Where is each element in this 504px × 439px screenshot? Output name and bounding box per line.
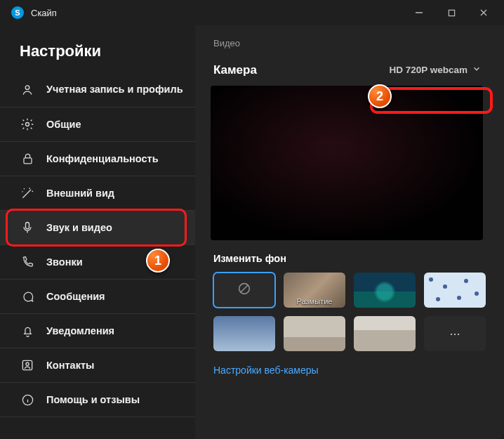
- more-icon: ···: [449, 327, 460, 341]
- titlebar: S Скайп: [0, 0, 504, 25]
- sidebar-item-label: Общие: [46, 119, 81, 130]
- app-logo: S: [11, 6, 24, 19]
- contacts-icon: [20, 358, 35, 372]
- background-blur[interactable]: Размытие: [284, 273, 345, 308]
- app-title: Скайп: [31, 8, 57, 18]
- sidebar-item-general[interactable]: Общие: [0, 107, 195, 142]
- sidebar-item-help[interactable]: Помощь и отзывы: [0, 383, 195, 417]
- sidebar-item-privacy[interactable]: Конфиденциальность: [0, 142, 195, 176]
- info-icon: [20, 393, 35, 407]
- webcam-settings-link[interactable]: Настройки веб-камеры: [213, 365, 319, 376]
- svg-rect-3: [23, 157, 31, 163]
- svg-rect-4: [26, 223, 29, 229]
- wand-icon: [20, 186, 35, 200]
- annotation-badge-2: 2: [368, 84, 392, 108]
- maximize-button[interactable]: [435, 1, 467, 24]
- camera-preview: [211, 86, 483, 240]
- sidebar-item-appearance[interactable]: Внешний вид: [0, 176, 195, 211]
- sidebar-item-account[interactable]: Учетная запись и профиль: [0, 73, 195, 107]
- sidebar-item-label: Учетная запись и профиль: [46, 84, 183, 96]
- sidebar-item-label: Звук и видео: [46, 222, 112, 233]
- background-option-4[interactable]: [284, 316, 345, 351]
- sidebar: Настройки Учетная запись и профиль Общие…: [0, 25, 195, 439]
- svg-point-6: [26, 362, 29, 365]
- gear-icon: [20, 117, 35, 131]
- main-pane: Видео Камера HD 720P webcam Изменить фон…: [195, 25, 504, 439]
- background-heading: Изменить фон: [213, 253, 486, 264]
- annotation-badge-1: 1: [146, 249, 170, 273]
- background-more-button[interactable]: ···: [424, 316, 486, 351]
- microphone-icon: [20, 221, 35, 235]
- none-icon: [237, 281, 252, 299]
- phone-icon: [20, 256, 35, 269]
- svg-point-1: [25, 86, 29, 90]
- chat-icon: [20, 290, 35, 303]
- background-none[interactable]: [213, 273, 275, 308]
- background-option-2[interactable]: [424, 273, 486, 308]
- background-thumb-grid: Размытие ···: [213, 273, 486, 351]
- background-option-3[interactable]: [213, 316, 275, 351]
- camera-heading: Камера: [213, 63, 257, 77]
- sidebar-item-contacts[interactable]: Контакты: [0, 348, 195, 383]
- sidebar-item-label: Помощь и отзывы: [46, 394, 140, 405]
- lock-icon: [20, 152, 35, 166]
- background-option-5[interactable]: [354, 316, 416, 351]
- sidebar-item-label: Контакты: [46, 360, 94, 371]
- svg-point-2: [26, 123, 29, 126]
- sidebar-item-label: Внешний вид: [46, 188, 114, 199]
- background-option-1[interactable]: [354, 273, 416, 308]
- camera-select-value: HD 720P webcam: [389, 65, 467, 75]
- sidebar-item-label: Звонки: [46, 256, 83, 268]
- sidebar-item-messages[interactable]: Сообщения: [0, 280, 195, 314]
- window-controls: [403, 1, 500, 24]
- thumb-label: Размытие: [284, 297, 345, 306]
- camera-select-dropdown[interactable]: HD 720P webcam: [385, 61, 486, 79]
- svg-rect-0: [449, 10, 454, 15]
- chevron-down-icon: [472, 64, 482, 76]
- sidebar-item-notifications[interactable]: Уведомления: [0, 314, 195, 348]
- sidebar-item-label: Сообщения: [46, 291, 105, 302]
- settings-title: Настройки: [0, 34, 195, 73]
- minimize-button[interactable]: [403, 1, 435, 24]
- section-label-video: Видео: [213, 38, 486, 48]
- bell-icon: [20, 325, 35, 338]
- sidebar-item-label: Конфиденциальность: [46, 153, 159, 164]
- sidebar-item-audio-video[interactable]: Звук и видео: [0, 211, 195, 245]
- sidebar-item-label: Уведомления: [46, 325, 114, 336]
- close-button[interactable]: [467, 1, 500, 24]
- profile-icon: [20, 83, 35, 97]
